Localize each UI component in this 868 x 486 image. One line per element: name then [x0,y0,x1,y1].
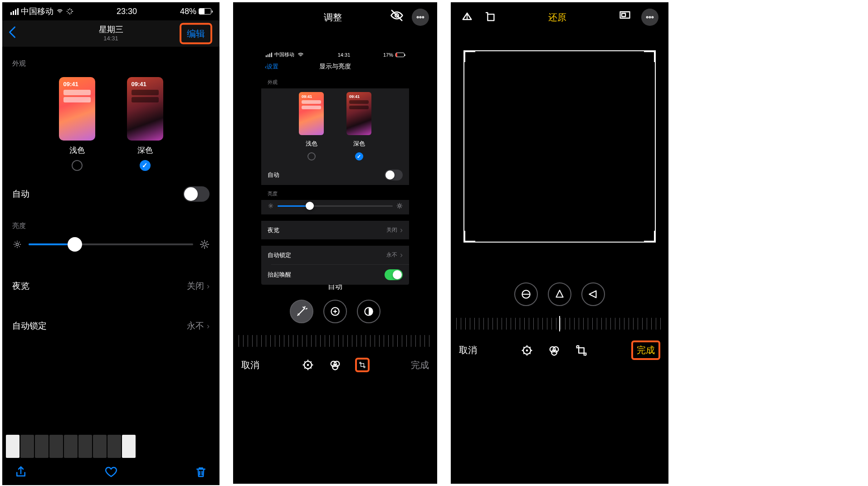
night-shift-cell[interactable]: 夜览 关闭› [2,273,219,299]
crop-header: 还原 [451,2,668,32]
photo-toolbar [2,459,219,485]
photo-edit-crop: 还原 取消 完成 [451,2,668,484]
svg-rect-15 [488,14,494,20]
night-shift-value: 关闭 [187,280,204,292]
battery-pct: 48% [180,7,196,16]
favorite-icon[interactable] [104,465,118,479]
chevron-right-icon: › [207,282,210,291]
crop-tab-icon[interactable] [355,358,370,372]
svg-point-0 [16,243,19,246]
flip-vertical-icon[interactable] [461,10,473,24]
dark-label: 深色 [137,145,153,156]
aspect-ratio-icon[interactable] [619,9,631,26]
svg-point-14 [332,364,338,370]
photo-thumbnail-strip[interactable] [2,434,219,459]
edit-title: 调整 [324,11,342,24]
battery-icon [199,8,211,15]
adjust-tab-icon[interactable] [301,358,315,372]
straighten-button[interactable] [514,282,538,306]
nav-subtitle: 14:31 [99,35,123,42]
more-icon[interactable] [412,9,429,26]
svg-point-11 [307,364,309,366]
crop-tools [451,274,668,314]
appearance-section-label: 外观 [2,47,219,73]
edit-header: 调整 [233,2,437,32]
signal-icon [10,8,19,15]
cancel-button[interactable]: 取消 [459,344,477,356]
crop-tab-icon[interactable] [574,343,589,358]
edit-button[interactable]: 编辑 [180,23,212,44]
svg-point-6 [270,205,272,207]
photo-edit-adjust: 调整 中国移动 14:31 17% ‹ 设置 显示与亮度 外观 [233,2,437,484]
inner-title: 显示与亮度 [319,63,351,71]
brilliance-button[interactable] [357,300,380,323]
inner-back: ‹ 设置 [265,63,278,71]
light-radio[interactable] [72,160,83,171]
brightness-slider-row [2,235,219,259]
cancel-button[interactable]: 取消 [241,359,259,371]
exposure-button[interactable] [323,300,347,323]
appearance-light[interactable]: 09:41 浅色 [59,77,95,171]
sun-max-icon [200,239,210,249]
carrier: 中国移动 [21,6,54,17]
auto-lock-cell[interactable]: 自动锁定 永不› [2,313,219,339]
nav-title: 星期三 [99,25,123,35]
more-icon[interactable] [641,9,658,26]
done-button[interactable]: 完成 [411,359,429,371]
rotate-icon[interactable] [483,10,496,24]
adjust-ruler[interactable] [239,335,432,347]
status-bar: 中国移动 23:30 48% [2,2,219,20]
horizontal-perspective-button[interactable] [581,282,605,306]
auto-appearance-cell: 自动 [2,179,219,209]
photo-nav: 星期三 14:31 编辑 [2,20,219,47]
light-label: 浅色 [69,145,85,156]
svg-point-19 [649,16,650,18]
markup-hide-icon[interactable] [390,9,404,26]
back-button[interactable] [8,25,17,42]
adjust-tab-icon[interactable] [520,343,534,358]
svg-point-7 [399,205,401,207]
done-button[interactable]: 完成 [631,340,660,360]
svg-rect-17 [622,14,625,17]
trash-icon[interactable] [194,465,208,479]
dark-radio[interactable] [140,160,151,171]
crop-ruler[interactable] [456,318,663,330]
night-shift-label: 夜览 [12,280,29,292]
crop-frame[interactable] [463,50,656,243]
brightness-slider[interactable] [29,243,193,245]
sun-min-icon [12,239,22,249]
adjust-tools [233,292,437,331]
loading-icon [66,8,73,15]
appearance-picker: 09:41 浅色 09:41 深色 [2,73,219,179]
filters-tab-icon[interactable] [547,343,561,358]
svg-point-5 [422,16,424,18]
wifi-icon [56,8,64,15]
filters-tab-icon[interactable] [328,358,342,372]
photos-screenshot-viewer: 中国移动 23:30 48% 星期三 14:31 编辑 外观 09:41 浅色 … [2,2,219,485]
appearance-dark[interactable]: 09:41 深色 [127,77,163,171]
crop-bottom-bar: 取消 完成 [451,333,668,370]
edit-bottom-bar: 取消 完成 [233,350,437,382]
edited-image-preview: 中国移动 14:31 17% ‹ 设置 显示与亮度 外观 09:41 浅色 [261,49,409,285]
brightness-section-label: 亮度 [2,209,219,235]
status-time: 23:30 [117,7,137,16]
auto-label: 自动 [12,188,29,200]
auto-toggle[interactable] [183,186,210,202]
svg-point-1 [203,243,206,246]
share-icon[interactable] [14,465,28,479]
svg-point-23 [526,349,528,351]
svg-point-26 [551,350,557,355]
svg-point-3 [417,16,419,18]
auto-lock-value: 永不 [187,320,204,332]
auto-lock-label: 自动锁定 [12,320,47,332]
svg-point-18 [647,16,648,18]
revert-button[interactable]: 还原 [548,11,566,24]
auto-enhance-button[interactable] [290,300,313,323]
svg-point-4 [419,16,421,18]
svg-point-20 [652,16,653,18]
chevron-right-icon: › [207,321,210,331]
vertical-perspective-button[interactable] [548,282,571,306]
